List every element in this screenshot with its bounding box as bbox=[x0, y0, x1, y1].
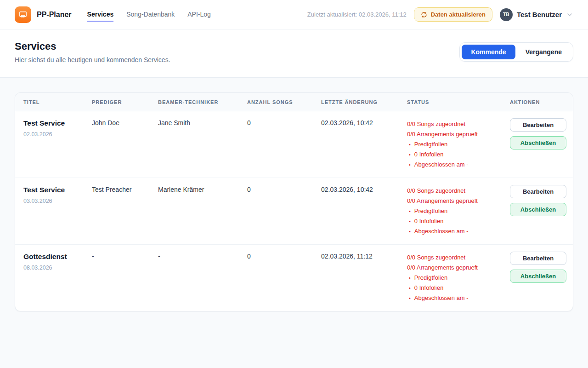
top-bar: PP-Planer Services Song-Datenbank API-Lo… bbox=[0, 0, 588, 29]
service-date: 02.03.2026 bbox=[23, 131, 87, 138]
column-header-prediger: Prediger bbox=[92, 93, 158, 111]
brand: PP-Planer bbox=[15, 6, 72, 23]
toggle-kommende-button[interactable]: Kommende bbox=[462, 45, 515, 59]
nav-item-api-log[interactable]: API-Log bbox=[187, 8, 211, 22]
column-header-letzte-aenderung: Letzte Änderung bbox=[321, 93, 407, 111]
service-prediger: John Doe bbox=[92, 111, 158, 178]
refresh-button-label: Daten aktualisieren bbox=[431, 11, 486, 18]
column-header-status: Status bbox=[407, 93, 510, 111]
status-line: 0/0 Arrangements geprueft bbox=[407, 263, 505, 273]
service-prediger: Test Preacher bbox=[92, 178, 158, 244]
content-area: Titel Prediger Beamer-Techniker Anzahl S… bbox=[0, 78, 588, 326]
user-name: Test Benutzer bbox=[517, 11, 562, 18]
status-line: 0/0 Arrangements geprueft bbox=[407, 196, 505, 206]
avatar: TB bbox=[500, 8, 513, 21]
status-bullet: Abgeschlossen am - bbox=[407, 293, 505, 303]
service-beamer: Jane Smith bbox=[158, 111, 247, 178]
table-row: Test Service 02.03.2026 John Doe Jane Sm… bbox=[15, 111, 573, 178]
services-table-card: Titel Prediger Beamer-Techniker Anzahl S… bbox=[15, 92, 573, 311]
edit-button[interactable]: Bearbeiten bbox=[510, 185, 566, 198]
row-actions: Bearbeiten Abschließen bbox=[510, 178, 571, 244]
status-line: 0/0 Songs zugeordnet bbox=[407, 253, 505, 263]
status-bullet: 0 Infofolien bbox=[407, 216, 505, 226]
status-bullet: 0 Infofolien bbox=[407, 283, 505, 293]
page-subtitle: Hier siehst du alle heutigen und kommend… bbox=[15, 56, 170, 63]
service-beamer: Marlene Krämer bbox=[158, 178, 247, 244]
page-title: Services bbox=[15, 40, 170, 52]
table-row: Test Service 03.03.2026 Test Preacher Ma… bbox=[15, 178, 573, 245]
column-header-beamer-techniker: Beamer-Techniker bbox=[158, 93, 247, 111]
service-last-changed: 02.03.2026, 10:42 bbox=[321, 111, 407, 178]
service-prediger: - bbox=[92, 245, 158, 311]
service-status: 0/0 Songs zugeordnet 0/0 Arrangements ge… bbox=[407, 245, 510, 311]
service-status: 0/0 Songs zugeordnet 0/0 Arrangements ge… bbox=[407, 178, 510, 244]
service-status: 0/0 Songs zugeordnet 0/0 Arrangements ge… bbox=[407, 111, 510, 178]
topbar-right: Zuletzt aktualisiert: 02.03.2026, 11:12 … bbox=[307, 7, 573, 22]
toggle-vergangene-button[interactable]: Vergangene bbox=[516, 45, 571, 59]
table-row: Gottesdienst 08.03.2026 - - 0 02.03.2026… bbox=[15, 245, 573, 311]
projector-screen-icon bbox=[15, 6, 31, 23]
service-date: 03.03.2026 bbox=[23, 198, 87, 204]
service-date: 08.03.2026 bbox=[23, 264, 87, 271]
refresh-icon bbox=[421, 12, 427, 18]
service-song-count: 0 bbox=[247, 178, 321, 244]
page-header: Services Hier siehst du alle heutigen un… bbox=[0, 29, 588, 78]
nav-item-song-datenbank[interactable]: Song-Datenbank bbox=[126, 8, 175, 22]
service-title: Gottesdienst bbox=[23, 253, 87, 261]
complete-button[interactable]: Abschließen bbox=[510, 203, 566, 216]
service-title: Test Service bbox=[23, 186, 87, 194]
status-bullet: Predigtfolien bbox=[407, 206, 505, 216]
column-header-titel: Titel bbox=[23, 93, 92, 111]
time-filter-toggle: Kommende Vergangene bbox=[459, 42, 573, 62]
last-updated-label: Zuletzt aktualisiert: 02.03.2026, 11:12 bbox=[307, 11, 407, 18]
brand-name: PP-Planer bbox=[37, 11, 72, 19]
service-song-count: 0 bbox=[247, 111, 321, 178]
status-bullet: Predigtfolien bbox=[407, 139, 505, 150]
status-bullet: 0 Infofolien bbox=[407, 150, 505, 160]
user-menu[interactable]: TB Test Benutzer bbox=[500, 8, 573, 21]
row-actions: Bearbeiten Abschließen bbox=[510, 111, 571, 178]
status-line: 0/0 Songs zugeordnet bbox=[407, 186, 505, 196]
column-header-anzahl-songs: Anzahl Songs bbox=[247, 93, 321, 111]
column-header-aktionen: Aktionen bbox=[510, 93, 565, 111]
status-line: 0/0 Arrangements geprueft bbox=[407, 129, 505, 139]
service-last-changed: 02.03.2026, 11:12 bbox=[321, 245, 407, 311]
nav-item-services[interactable]: Services bbox=[87, 8, 114, 22]
complete-button[interactable]: Abschließen bbox=[510, 136, 566, 150]
service-beamer: - bbox=[158, 245, 247, 311]
refresh-data-button[interactable]: Daten aktualisieren bbox=[414, 7, 492, 22]
edit-button[interactable]: Bearbeiten bbox=[510, 118, 566, 132]
status-bullet: Abgeschlossen am - bbox=[407, 226, 505, 236]
chevron-down-icon bbox=[566, 11, 573, 18]
status-bullet: Abgeschlossen am - bbox=[407, 160, 505, 170]
table-header-row: Titel Prediger Beamer-Techniker Anzahl S… bbox=[15, 93, 573, 111]
service-title: Test Service bbox=[23, 119, 87, 127]
main-nav: Services Song-Datenbank API-Log bbox=[87, 8, 211, 22]
complete-button[interactable]: Abschließen bbox=[510, 270, 566, 283]
service-last-changed: 02.03.2026, 10:42 bbox=[321, 178, 407, 244]
row-actions: Bearbeiten Abschließen bbox=[510, 245, 571, 311]
status-line: 0/0 Songs zugeordnet bbox=[407, 119, 505, 129]
edit-button[interactable]: Bearbeiten bbox=[510, 252, 566, 265]
status-bullet: Predigtfolien bbox=[407, 273, 505, 283]
service-song-count: 0 bbox=[247, 245, 321, 311]
